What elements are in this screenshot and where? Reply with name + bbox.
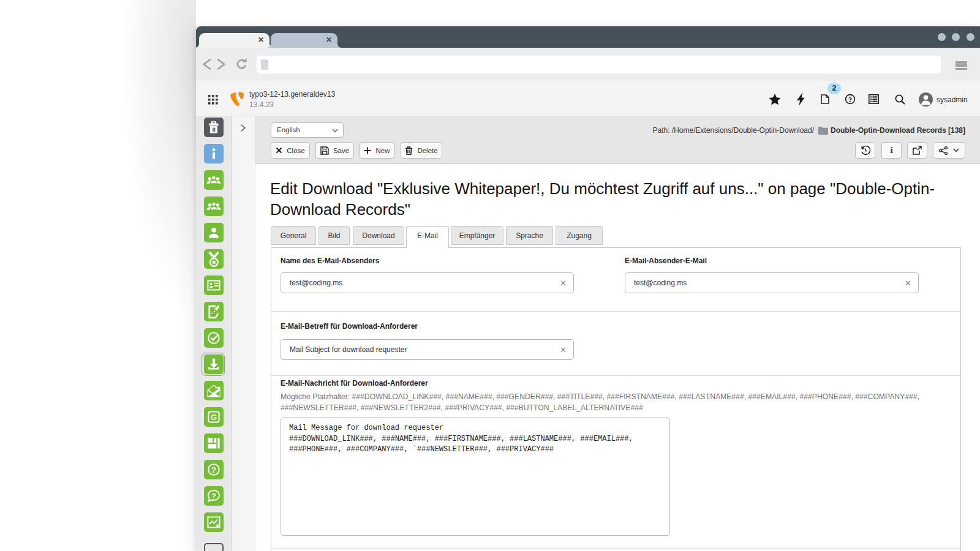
svg-text:?: ?	[848, 96, 852, 104]
svg-text:G: G	[211, 413, 217, 422]
svg-text:?: ?	[211, 465, 216, 474]
svg-text:?: ?	[211, 492, 216, 500]
